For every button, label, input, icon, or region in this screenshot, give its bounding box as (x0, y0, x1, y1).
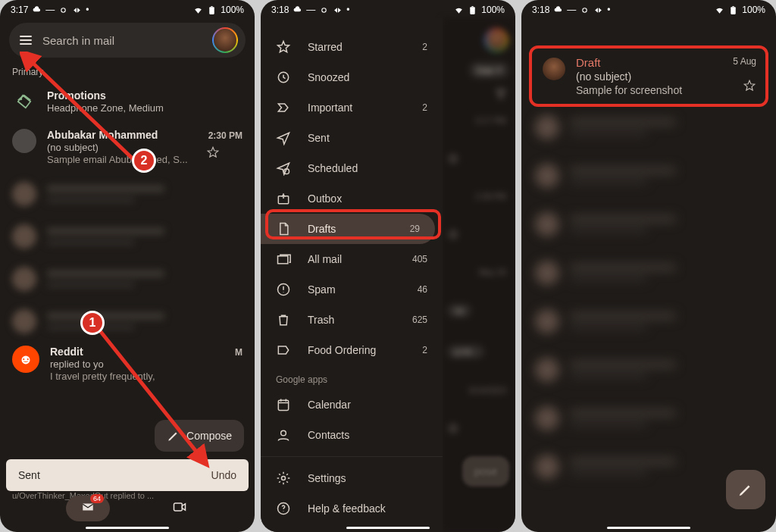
drawer-starred[interactable]: Starred2 (261, 32, 443, 62)
reddit-row[interactable]: Reddit replied to yo I travel pretty fre… (0, 343, 255, 390)
play-icon (72, 5, 82, 15)
undo-button[interactable]: Undo (211, 469, 236, 481)
battery-text: 100% (742, 5, 765, 15)
status-bar: 3:18 — • 100% (521, 0, 776, 18)
wifi-icon (454, 5, 464, 15)
reddit-avatar (12, 346, 39, 373)
status-bar: 3:17 — • 100% (0, 0, 255, 18)
drawer-snoozed[interactable]: Snoozed (261, 62, 443, 92)
drawer-help[interactable]: Help & feedback (261, 493, 443, 524)
draft-item[interactable]: Draft (no subject) Sample for screenshot… (529, 45, 768, 107)
callout-1: 1 (80, 311, 105, 335)
star-icon (276, 39, 291, 55)
svg-point-6 (27, 358, 29, 360)
search-placeholder[interactable]: Search in mail (42, 34, 202, 47)
nav-drawer: Starred2 Snoozed Important2 Sent Schedul… (261, 18, 443, 532)
reddit-snippet: I travel pretty frequently, (50, 371, 196, 382)
mail-badge: 64 (90, 494, 104, 503)
profile-avatar[interactable] (212, 27, 238, 53)
cloud-icon (32, 5, 42, 15)
drawer-sent[interactable]: Sent (261, 123, 443, 153)
google-apps-label: Google apps (261, 365, 443, 390)
label-icon (276, 343, 291, 358)
meet-tab[interactable] (171, 499, 189, 518)
gear-icon (276, 471, 291, 486)
home-indicator (86, 527, 169, 529)
blurred-row (0, 300, 255, 343)
play-icon (593, 5, 603, 15)
cloud-icon (553, 5, 563, 15)
date-filter-pill[interactable]: Date ▾ (469, 62, 509, 78)
star-icon[interactable] (743, 79, 756, 92)
svg-rect-12 (472, 6, 474, 7)
compose-button-dimmed: pose (462, 456, 509, 487)
svg-point-5 (23, 358, 24, 360)
email-row[interactable]: Abubakar Mohammed (no subject) Sample em… (0, 121, 255, 173)
help-icon (276, 501, 291, 516)
drawer-contacts[interactable]: Contacts (261, 420, 443, 450)
promotions-row[interactable]: Promotions Headphone Zone, Medium (0, 82, 255, 121)
home-indicator (346, 527, 430, 529)
outbox-icon (276, 191, 291, 206)
blurred-row (0, 173, 255, 215)
tag-icon (12, 89, 36, 114)
wifi-icon (193, 5, 203, 15)
battery-icon (728, 5, 738, 15)
compose-button[interactable]: Compose (155, 420, 244, 452)
drawer-scheduled[interactable]: Scheduled (261, 153, 443, 183)
sender-name: Abubakar Mohammed (47, 129, 196, 141)
drawer-food-ordering[interactable]: Food Ordering2 (261, 335, 443, 365)
callout-2: 2 (132, 149, 156, 173)
svg-rect-7 (174, 503, 183, 511)
drawer-calendar[interactable]: Calendar (261, 390, 443, 420)
reddit-line2: replied to yo (50, 358, 196, 370)
reddit-sender: Reddit (50, 346, 196, 358)
calendar-icon (276, 397, 291, 412)
draft-subject: (no subject) (576, 70, 724, 83)
drawer-drafts[interactable]: Drafts29 (261, 214, 435, 244)
svg-point-0 (61, 8, 65, 11)
email-snippet: Sample email Abuba mmed, S... (47, 154, 196, 165)
reddit-time: M (206, 347, 242, 358)
bottom-nav: 64 (0, 496, 255, 521)
svg-rect-24 (733, 6, 734, 7)
svg-rect-1 (210, 7, 215, 14)
screenshot-2-drawer: 3:18 — • 100% Date ▾ 3:17 PM 2:39 PM May… (261, 0, 515, 532)
circle-icon (319, 5, 329, 15)
toast-message: Sent (18, 469, 40, 481)
menu-icon[interactable] (20, 36, 32, 45)
sent-toast: Sent Undo (6, 459, 249, 491)
pencil-icon (737, 481, 754, 498)
sent-icon (276, 130, 291, 146)
clock-text: 3:18 (271, 5, 289, 15)
star-icon[interactable] (206, 146, 220, 159)
mail-tab[interactable]: 64 (66, 496, 110, 521)
search-bar[interactable]: Search in mail (9, 23, 246, 58)
dash-icon: — (45, 5, 55, 15)
drawer-important[interactable]: Important2 (261, 92, 443, 123)
clock-text: 3:17 (11, 5, 28, 15)
draft-icon (276, 221, 291, 236)
battery-text: 100% (221, 5, 244, 15)
drawer-settings[interactable]: Settings (261, 463, 443, 493)
svg-rect-16 (278, 256, 288, 264)
drawer-spam[interactable]: Spam46 (261, 274, 443, 305)
svg-point-3 (20, 98, 21, 99)
battery-text: 100% (481, 5, 505, 15)
blurred-row (0, 215, 255, 258)
blurred-row (0, 258, 255, 300)
drawer-allmail[interactable]: All mail405 (261, 244, 443, 274)
promotions-subtitle: Headphone Zone, Medium (47, 102, 242, 114)
scheduled-icon (276, 161, 291, 176)
drawer-trash[interactable]: Trash625 (261, 305, 443, 335)
compose-fab[interactable] (726, 470, 765, 509)
svg-rect-23 (731, 7, 737, 14)
draft-avatar (541, 56, 567, 82)
trash-icon (276, 312, 291, 327)
allmail-icon (276, 252, 291, 267)
draft-date: 5 Aug (733, 56, 756, 67)
dot-icon: • (86, 5, 89, 15)
svg-point-19 (281, 430, 286, 436)
drawer-outbox[interactable]: Outbox (261, 183, 443, 214)
filter-icon (494, 89, 508, 99)
